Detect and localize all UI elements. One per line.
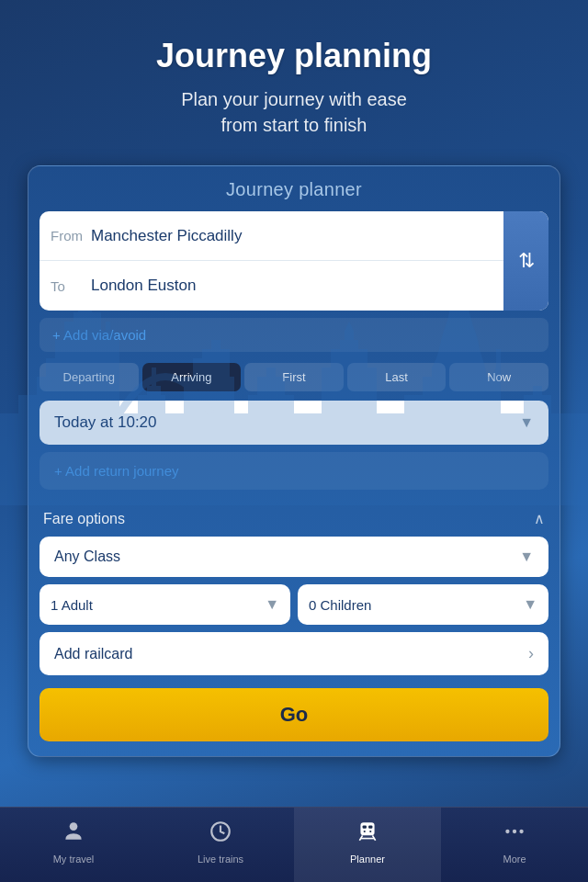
nav-my-travel[interactable]: My travel: [0, 808, 147, 882]
class-selector[interactable]: Any Class ▼: [40, 537, 548, 577]
planner-card: Journey planner From Manchester Piccadil…: [28, 165, 560, 757]
svg-rect-4: [363, 826, 367, 829]
nav-live-trains[interactable]: Live trains: [147, 808, 294, 882]
tab-last[interactable]: Last: [347, 363, 447, 391]
svg-point-9: [513, 830, 516, 833]
app-title: Journey planning: [28, 37, 560, 75]
fare-options-label: Fare options: [43, 511, 125, 527]
swap-icon: ⇅: [518, 249, 535, 273]
tab-departing[interactable]: Departing: [40, 363, 139, 391]
nav-more-label: More: [503, 854, 526, 865]
to-value: London Euston: [91, 277, 514, 295]
app-header: Journey planning Plan your journey with …: [0, 0, 588, 156]
svg-rect-6: [364, 831, 366, 832]
tab-arriving[interactable]: Arriving: [142, 363, 242, 391]
person-icon: [62, 820, 85, 850]
children-value: 0 Children: [309, 597, 371, 613]
from-label: From: [51, 228, 91, 243]
go-button[interactable]: Go: [40, 688, 548, 741]
nav-planner[interactable]: Planner: [294, 808, 441, 882]
children-dropdown-arrow: ▼: [523, 596, 537, 613]
from-row[interactable]: From Manchester Piccadilly ✕: [40, 211, 548, 261]
passenger-row: 1 Adult ▼ 0 Children ▼: [40, 584, 548, 625]
datetime-value: Today at 10:20: [54, 413, 157, 432]
swap-button[interactable]: ⇅: [503, 211, 548, 311]
fare-options-section: Fare options ∧ Any Class ▼ 1 Adult ▼ 0 C…: [40, 501, 548, 675]
to-row[interactable]: To London Euston ✕: [40, 261, 548, 311]
nav-more[interactable]: More: [441, 808, 588, 882]
tab-first[interactable]: First: [244, 363, 344, 391]
time-tabs: Departing Arriving First Last Now: [40, 363, 548, 391]
class-value: Any Class: [54, 548, 120, 565]
svg-point-10: [519, 830, 523, 833]
svg-point-8: [505, 830, 509, 833]
to-label: To: [51, 278, 91, 294]
adults-selector[interactable]: 1 Adult ▼: [40, 584, 290, 625]
datetime-selector[interactable]: Today at 10:20 ▼: [40, 401, 548, 445]
fare-chevron-up-icon: ∧: [534, 510, 545, 527]
clock-icon: [209, 820, 232, 850]
svg-rect-7: [369, 831, 371, 832]
railcard-button[interactable]: Add railcard ›: [40, 632, 548, 675]
children-selector[interactable]: 0 Children ▼: [298, 584, 548, 625]
from-value: Manchester Piccadilly: [91, 227, 514, 245]
railcard-chevron-icon: ›: [528, 644, 534, 663]
add-via-button[interactable]: + Add via/avoid: [40, 318, 548, 352]
tab-now[interactable]: Now: [449, 363, 548, 391]
train-icon: [356, 820, 379, 850]
card-title: Journey planner: [28, 166, 560, 211]
svg-rect-3: [360, 822, 374, 835]
dots-icon: [503, 820, 526, 850]
svg-rect-5: [368, 826, 372, 829]
fare-options-toggle[interactable]: Fare options ∧: [40, 501, 548, 537]
svg-point-1: [70, 822, 78, 831]
adults-dropdown-arrow: ▼: [265, 596, 279, 613]
bottom-nav: My travel Live trains Planner: [0, 807, 588, 882]
nav-my-travel-label: My travel: [53, 854, 95, 865]
app-subtitle: Plan your journey with easefrom start to…: [28, 86, 560, 138]
nav-planner-label: Planner: [350, 854, 385, 865]
class-dropdown-arrow: ▼: [519, 548, 534, 565]
adults-value: 1 Adult: [51, 597, 93, 613]
railcard-label: Add railcard: [54, 646, 132, 662]
nav-live-trains-label: Live trains: [198, 854, 243, 865]
go-button-label: Go: [280, 703, 309, 726]
add-return-button[interactable]: + Add return journey: [40, 452, 548, 490]
datetime-dropdown-arrow: ▼: [519, 414, 534, 431]
from-to-container: From Manchester Piccadilly ✕ To London E…: [40, 211, 548, 311]
